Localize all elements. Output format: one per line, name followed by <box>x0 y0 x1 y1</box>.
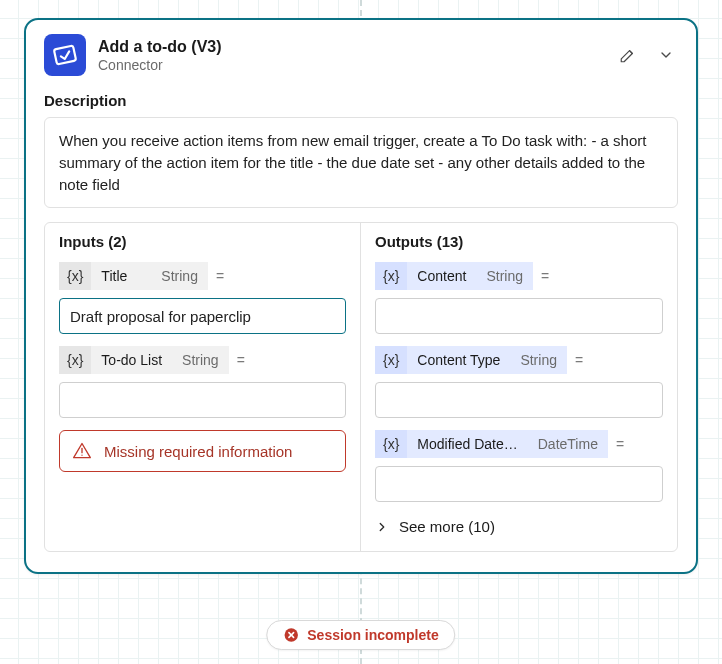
card-header-actions <box>616 43 678 67</box>
description-label: Description <box>44 92 678 109</box>
collapse-button[interactable] <box>654 43 678 67</box>
equals-symbol: = <box>533 268 557 284</box>
output-value-content-type[interactable] <box>375 382 663 418</box>
field-name: To-do List <box>91 346 172 374</box>
field-name: Modified Date… <box>407 430 527 458</box>
output-chip-row: {x} Content Type String = <box>375 346 663 374</box>
input-value-title[interactable]: Draft proposal for paperclip <box>59 298 346 334</box>
error-circle-icon <box>283 627 299 643</box>
formula-icon: {x} <box>375 430 407 458</box>
chevron-right-icon <box>375 520 389 534</box>
connector-icon <box>44 34 86 76</box>
card-title: Add a to-do (V3) <box>98 37 604 56</box>
see-more-button[interactable]: See more (10) <box>375 518 663 535</box>
field-name: Content Type <box>407 346 510 374</box>
action-card: Add a to-do (V3) Connector Description <box>24 18 698 574</box>
svg-rect-0 <box>54 46 76 65</box>
formula-icon: {x} <box>59 262 91 290</box>
field-type: DateTime <box>528 430 608 458</box>
io-panel: Inputs (2) {x} Title String = Draft prop… <box>44 222 678 552</box>
card-title-block: Add a to-do (V3) Connector <box>98 37 604 74</box>
input-chip-row: {x} Title String = <box>59 262 346 290</box>
edit-button[interactable] <box>616 43 640 67</box>
input-chip-row: {x} To-do List String = <box>59 346 346 374</box>
chevron-down-icon <box>658 47 674 63</box>
output-value-content[interactable] <box>375 298 663 334</box>
formula-icon: {x} <box>59 346 91 374</box>
input-field-list: {x} To-do List String = <box>59 346 346 418</box>
field-type: String <box>510 346 567 374</box>
output-field-modified-date: {x} Modified Date… DateTime = <box>375 430 663 502</box>
output-chip-row: {x} Content String = <box>375 262 663 290</box>
input-field-title: {x} Title String = Draft proposal for pa… <box>59 262 346 334</box>
equals-symbol: = <box>567 352 591 368</box>
input-value-text: Draft proposal for paperclip <box>70 308 251 325</box>
output-field-content: {x} Content String = <box>375 262 663 334</box>
field-type: String <box>151 262 208 290</box>
input-error: Missing required information <box>59 430 346 472</box>
description-text: When you receive action items from new e… <box>44 117 678 208</box>
inputs-title: Inputs (2) <box>59 233 346 250</box>
pencil-icon <box>619 46 637 64</box>
equals-symbol: = <box>229 352 253 368</box>
output-chip-row: {x} Modified Date… DateTime = <box>375 430 663 458</box>
warning-icon <box>72 441 92 461</box>
formula-icon: {x} <box>375 346 407 374</box>
input-error-text: Missing required information <box>104 442 292 462</box>
input-value-list[interactable] <box>59 382 346 418</box>
check-square-icon <box>52 42 78 68</box>
card-subtitle: Connector <box>98 57 604 74</box>
see-more-label: See more (10) <box>399 518 495 535</box>
inputs-column: Inputs (2) {x} Title String = Draft prop… <box>45 223 361 551</box>
field-type: String <box>476 262 533 290</box>
field-type: String <box>172 346 229 374</box>
field-name: Title <box>91 262 151 290</box>
output-field-content-type: {x} Content Type String = <box>375 346 663 418</box>
equals-symbol: = <box>208 268 232 284</box>
session-status-text: Session incomplete <box>307 627 438 643</box>
outputs-column: Outputs (13) {x} Content String = {x} <box>361 223 677 551</box>
svg-point-2 <box>81 455 82 456</box>
formula-icon: {x} <box>375 262 407 290</box>
outputs-title: Outputs (13) <box>375 233 663 250</box>
session-status-pill[interactable]: Session incomplete <box>266 620 455 650</box>
equals-symbol: = <box>608 436 632 452</box>
output-value-modified-date[interactable] <box>375 466 663 502</box>
field-name: Content <box>407 262 476 290</box>
card-header: Add a to-do (V3) Connector <box>44 34 678 76</box>
